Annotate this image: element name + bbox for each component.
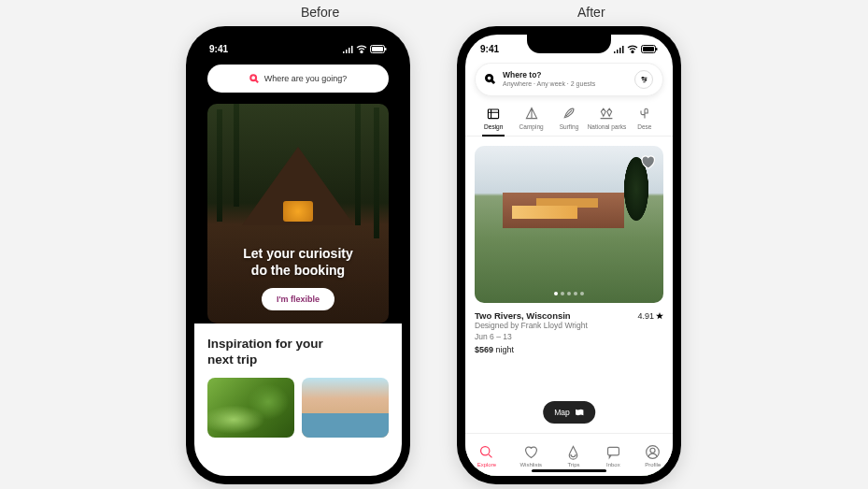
profile-icon: [645, 444, 661, 460]
wifi-icon: [627, 45, 638, 53]
category-camping[interactable]: Camping: [512, 104, 549, 136]
svg-rect-10: [489, 109, 499, 119]
inspiration-cards: [207, 378, 389, 438]
home-indicator[interactable]: [532, 469, 606, 472]
listing-card[interactable]: Two Rivers, Wisconsin 4.91 Designed by F…: [465, 137, 673, 427]
category-label: Surfing: [560, 123, 579, 130]
tree-decoration: [374, 108, 379, 238]
rating-value: 4.91: [637, 311, 654, 321]
filter-icon: [640, 76, 648, 84]
category-national-parks[interactable]: National parks: [588, 104, 625, 136]
map-icon: [575, 408, 584, 417]
before-lower-section: Inspiration for your next trip: [194, 324, 402, 476]
screen-after: 9:41 Where to? Anywhere · Any week · 2 g…: [465, 35, 673, 476]
park-icon: [599, 106, 614, 121]
category-desert[interactable]: Dese: [626, 104, 663, 136]
page-dot[interactable]: [567, 292, 571, 295]
price-unit: night: [496, 345, 515, 354]
hero-card[interactable]: Let your curiosity do the booking I'm fl…: [207, 104, 389, 324]
image-house: [503, 193, 624, 228]
map-button[interactable]: Map: [543, 401, 595, 424]
svg-rect-2: [385, 48, 387, 50]
search-title: Where to?: [503, 71, 627, 79]
listing-rating: 4.91: [637, 311, 663, 321]
notch: [256, 35, 340, 53]
status-icons: [342, 45, 387, 53]
battery-icon: [641, 45, 658, 53]
svg-rect-6: [656, 48, 658, 50]
listing-dates: Jun 6 – 13: [475, 332, 663, 343]
star-icon: [656, 312, 663, 320]
listing-price: $569 night: [475, 345, 663, 354]
search-icon: [478, 444, 494, 460]
price-amount: $569: [475, 345, 493, 354]
category-label: Design: [484, 123, 503, 130]
svg-rect-5: [643, 47, 654, 51]
tab-label: Profile: [645, 462, 661, 467]
category-label: Camping: [519, 123, 544, 130]
hero-line2: do the booking: [243, 263, 352, 280]
battery-icon: [370, 45, 387, 53]
listing-header-row: Two Rivers, Wisconsin 4.91: [475, 310, 663, 321]
status-time: 9:41: [480, 44, 499, 54]
tab-label: Wishlists: [519, 462, 542, 467]
status-icons: [613, 45, 658, 53]
wishlist-heart[interactable]: [639, 153, 656, 170]
tree-decoration: [355, 104, 361, 225]
listing-designer: Designed by Frank Lloyd Wright: [475, 321, 663, 332]
tab-explore[interactable]: Explore: [477, 444, 496, 467]
hero-headline: Let your curiosity do the booking: [243, 246, 352, 279]
tab-label: Trips: [567, 462, 579, 467]
filter-button[interactable]: [634, 70, 653, 89]
notch: [527, 35, 611, 53]
cabin-illustration: [242, 126, 354, 225]
tab-wishlists[interactable]: Wishlists: [519, 444, 542, 467]
page-dot[interactable]: [574, 292, 577, 295]
signal-icon: [342, 45, 353, 53]
tab-profile[interactable]: Profile: [645, 444, 661, 467]
category-design[interactable]: Design: [475, 104, 512, 136]
inspiration-card[interactable]: [207, 378, 294, 438]
svg-rect-1: [372, 47, 383, 51]
page-dot[interactable]: [580, 292, 584, 295]
map-label: Map: [554, 408, 570, 417]
hero-line1: Let your curiosity: [243, 246, 352, 263]
heart-icon: [523, 444, 539, 460]
inspiration-line1: Inspiration for your: [207, 337, 389, 352]
listing-location: Two Rivers, Wisconsin: [475, 310, 571, 321]
category-label: Dese: [637, 123, 651, 130]
search-pill[interactable]: Where are you going?: [207, 65, 389, 93]
svg-point-14: [650, 448, 655, 453]
camping-icon: [524, 106, 539, 121]
search-icon: [485, 71, 495, 88]
home-indicator[interactable]: [261, 469, 335, 472]
search-bar[interactable]: Where to? Anywhere · Any week · 2 guests: [475, 63, 663, 96]
category-tabs: Design Camping Surfing National parks De…: [465, 104, 673, 137]
listing-image[interactable]: [475, 146, 663, 303]
category-label: National parks: [588, 123, 627, 130]
inspiration-card[interactable]: [302, 378, 389, 438]
tree-decoration: [234, 104, 239, 207]
phone-after: 9:41 Where to? Anywhere · Any week · 2 g…: [457, 26, 681, 484]
page-dot[interactable]: [554, 292, 558, 295]
category-surfing[interactable]: Surfing: [550, 104, 588, 136]
tab-inbox[interactable]: Inbox: [605, 444, 621, 467]
flexible-button[interactable]: I'm flexible: [262, 288, 334, 310]
page-dot[interactable]: [561, 292, 564, 295]
phone-before: 9:41 Where are you going? Let your curio…: [186, 26, 410, 484]
chat-icon: [605, 444, 621, 460]
desert-icon: [637, 106, 652, 121]
svg-point-11: [481, 447, 490, 455]
search-text: Where to? Anywhere · Any week · 2 guests: [503, 71, 627, 87]
tree-decoration: [217, 109, 222, 222]
inspiration-line2: next trip: [207, 352, 389, 368]
after-label: After: [577, 5, 605, 20]
image-pagination: [475, 292, 663, 295]
svg-point-7: [486, 75, 491, 80]
hero-content: Let your curiosity do the booking I'm fl…: [207, 221, 389, 324]
svg-point-3: [250, 75, 256, 80]
tab-trips[interactable]: Trips: [565, 444, 581, 467]
search-icon: [249, 74, 259, 83]
airbnb-icon: [565, 444, 581, 460]
wifi-icon: [356, 45, 367, 53]
